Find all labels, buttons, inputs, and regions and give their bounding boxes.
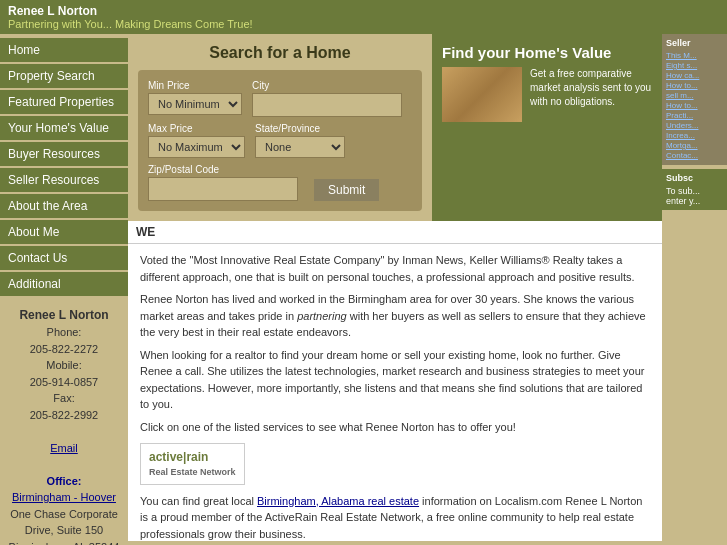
seller-link-item[interactable]: How to... <box>666 101 723 110</box>
sidebar-item-buyer-resources[interactable]: Buyer Resources <box>0 142 128 166</box>
fax-label: Fax: <box>8 390 120 407</box>
navigation: HomeProperty SearchFeatured PropertiesYo… <box>0 38 128 296</box>
seller-link-item[interactable]: Unders... <box>666 121 723 130</box>
sidebar-item-seller-resources[interactable]: Seller Resources <box>0 168 128 192</box>
subscribe-panel: Subsc To sub... enter y... <box>662 169 727 210</box>
content-para4: Click on one of the listed services to s… <box>140 419 650 436</box>
active-rain-link[interactable]: Birmingham, Alabama real estate <box>257 495 419 507</box>
phone-number: 205-822-2272 <box>8 341 120 358</box>
search-section: Search for a Home Min Price No Minimum C… <box>128 34 432 221</box>
content-para2: Renee Norton has lived and worked in the… <box>140 291 650 341</box>
search-form: Min Price No Minimum City Max Price <box>138 70 422 211</box>
seller-link-item[interactable]: Increa... <box>666 131 723 140</box>
top-area: Search for a Home Min Price No Minimum C… <box>128 34 662 221</box>
site-tagline: Partnering with You... Making Dreams Com… <box>8 18 719 30</box>
seller-links: This M...Eight s...How ca...How to...sel… <box>666 51 723 160</box>
home-value-title: Find your Home's Value <box>442 44 652 61</box>
active-rain-logo: active|rain Real Estate Network <box>140 443 245 485</box>
home-image-inner <box>442 67 522 122</box>
form-row-1: Min Price No Minimum City <box>148 80 412 117</box>
email-link[interactable]: Email <box>50 442 78 454</box>
seller-link-item[interactable]: Contac... <box>666 151 723 160</box>
address-line1: One Chase Corporate <box>8 506 120 523</box>
address-line2: Drive, Suite 150 <box>8 522 120 539</box>
city-group: City <box>252 80 402 117</box>
active-rain-logo-sub: Real Estate Network <box>149 466 236 480</box>
sidebar-item-contact-us[interactable]: Contact Us <box>0 246 128 270</box>
min-price-label: Min Price <box>148 80 242 91</box>
home-value-description: Get a free comparative market analysis s… <box>530 67 652 122</box>
zip-input[interactable] <box>148 177 298 201</box>
min-price-group: Min Price No Minimum <box>148 80 242 117</box>
city-input[interactable] <box>252 93 402 117</box>
state-select[interactable]: None <box>255 136 345 158</box>
office-name-link[interactable]: Birmingham - Hoover <box>12 491 116 503</box>
home-value-content: Get a free comparative market analysis s… <box>442 67 652 122</box>
sidebar-item-home[interactable]: Home <box>0 38 128 62</box>
main-content: Search for a Home Min Price No Minimum C… <box>128 34 662 541</box>
subscribe-title: Subsc <box>666 173 723 183</box>
content-active-rain-para: You can find great local Birmingham, Ala… <box>140 493 650 542</box>
form-row-2: Max Price No Maximum State/Province None <box>148 123 412 158</box>
sidebar-item-about-the-area[interactable]: About the Area <box>0 194 128 218</box>
seller-link-item[interactable]: sell m... <box>666 91 723 100</box>
active-rain-logo-name: active|rain <box>149 450 208 464</box>
sidebar: HomeProperty SearchFeatured PropertiesYo… <box>0 34 128 541</box>
home-value-section: Find your Home's Value Get a free compar… <box>432 34 662 221</box>
city-label: City <box>252 80 402 91</box>
subscribe-text: To sub... enter y... <box>666 186 723 206</box>
seller-link-item[interactable]: This M... <box>666 51 723 60</box>
seller-panel: Seller This M...Eight s...How ca...How t… <box>662 34 727 165</box>
mobile-number: 205-914-0857 <box>8 374 120 391</box>
header: Renee L Norton Partnering with You... Ma… <box>0 0 727 34</box>
sidebar-item-about-me[interactable]: About Me <box>0 220 128 244</box>
max-price-label: Max Price <box>148 123 245 134</box>
seller-panel-title: Seller <box>666 38 723 48</box>
seller-link-item[interactable]: How ca... <box>666 71 723 80</box>
active-rain-text-before: You can find great local <box>140 495 257 507</box>
sidebar-item-featured-properties[interactable]: Featured Properties <box>0 90 128 114</box>
welcome-row: WE <box>128 221 662 244</box>
seller-link-item[interactable]: Mortga... <box>666 141 723 150</box>
zip-row: Zip/Postal Code Submit <box>148 164 412 201</box>
state-group: State/Province None <box>255 123 345 158</box>
max-price-group: Max Price No Maximum <box>148 123 245 158</box>
main-layout: HomeProperty SearchFeatured PropertiesYo… <box>0 34 727 541</box>
search-submit-button[interactable]: Submit <box>314 179 379 201</box>
mobile-label: Mobile: <box>8 357 120 374</box>
contact-info: Renee L Norton Phone: 205-822-2272 Mobil… <box>0 298 128 545</box>
right-sidebar: Seller This M...Eight s...How ca...How t… <box>662 34 727 541</box>
seller-link-item[interactable]: Eight s... <box>666 61 723 70</box>
zip-group: Zip/Postal Code <box>148 164 298 201</box>
welcome-text: WE <box>136 225 155 239</box>
fax-number: 205-822-2992 <box>8 407 120 424</box>
site-owner-name: Renee L Norton <box>8 4 719 18</box>
content-para3: When looking for a realtor to find your … <box>140 347 650 413</box>
content-body: Voted the "Most Innovative Real Estate C… <box>128 244 662 541</box>
home-image <box>442 67 522 122</box>
phone-label: Phone: <box>8 324 120 341</box>
address-line3: Birmingham, AL 35244 <box>8 539 120 546</box>
contact-name: Renee L Norton <box>8 306 120 324</box>
content-para1: Voted the "Most Innovative Real Estate C… <box>140 252 650 285</box>
max-price-select[interactable]: No Maximum <box>148 136 245 158</box>
sidebar-item-additional[interactable]: Additional <box>0 272 128 296</box>
office-label: Office: <box>8 473 120 490</box>
state-label: State/Province <box>255 123 345 134</box>
sidebar-item-property-search[interactable]: Property Search <box>0 64 128 88</box>
zip-label: Zip/Postal Code <box>148 164 298 175</box>
seller-link-item[interactable]: Practi... <box>666 111 723 120</box>
active-rain-section: active|rain Real Estate Network <box>140 443 650 485</box>
seller-link-item[interactable]: How to... <box>666 81 723 90</box>
min-price-select[interactable]: No Minimum <box>148 93 242 115</box>
sidebar-item-your-home's-value[interactable]: Your Home's Value <box>0 116 128 140</box>
search-title: Search for a Home <box>138 44 422 62</box>
